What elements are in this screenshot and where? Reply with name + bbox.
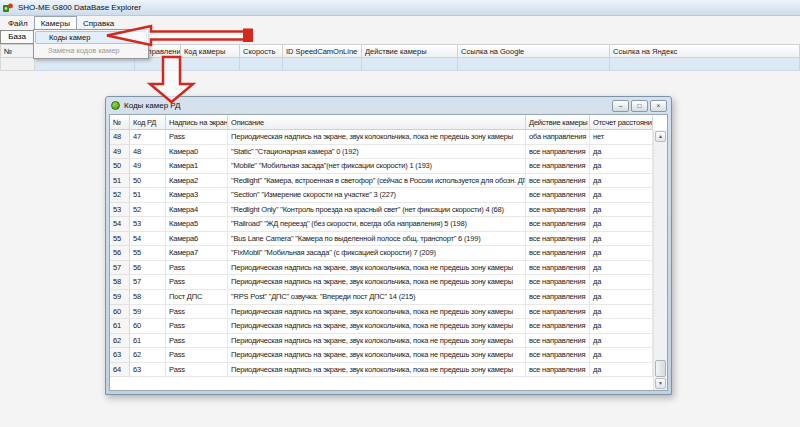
grid-column-header[interactable]: Отсчет расстояния (590, 115, 653, 130)
grid-cell[interactable]: Камера6 (166, 232, 228, 247)
main-column-header[interactable]: № (0, 44, 35, 58)
grid-cell[interactable]: Камера1 (166, 159, 228, 174)
menu-item[interactable]: Камеры (34, 16, 77, 30)
grid-cell[interactable]: Камера5 (166, 217, 228, 232)
grid-cell[interactable]: все направления (526, 363, 590, 378)
grid-cell[interactable]: все направления (526, 334, 590, 349)
grid-cell[interactable]: 60 (110, 305, 130, 320)
grid-cell[interactable]: да (590, 275, 653, 290)
grid-cell[interactable]: все направления (526, 261, 590, 276)
table-row[interactable]: 5756PassПериодическая надпись на экране,… (110, 261, 667, 276)
table-row[interactable]: 5857PassПериодическая надпись на экране,… (110, 275, 667, 290)
grid-cell[interactable]: "Railroad" "ЖД переезд" (без скорости, в… (228, 217, 526, 232)
new-row-cell[interactable] (181, 58, 240, 71)
grid-cell[interactable]: да (590, 203, 653, 218)
main-column-header[interactable]: Действие камеры (362, 44, 458, 58)
grid-cell[interactable]: Периодическая надпись на экране, звук ко… (228, 319, 526, 334)
grid-cell[interactable]: Периодическая надпись на экране, звук ко… (228, 261, 526, 276)
grid-cell[interactable]: Камера7 (166, 246, 228, 261)
table-row[interactable]: 5655Камера7"FixMobil" "Мобильная засада"… (110, 246, 667, 261)
grid-cell[interactable]: все направления (526, 188, 590, 203)
grid-cell[interactable]: да (590, 319, 653, 334)
grid-column-header[interactable]: Код РД (130, 115, 166, 130)
grid-cell[interactable]: 54 (130, 232, 166, 247)
new-row-cell[interactable] (135, 58, 181, 71)
grid-cell[interactable]: 63 (110, 348, 130, 363)
grid-cell[interactable]: Периодическая надпись на экране, звук ко… (228, 305, 526, 320)
vertical-scrollbar[interactable]: ▲ ▼ (653, 130, 667, 390)
grid-column-header[interactable]: Действие камеры (526, 115, 590, 130)
main-grid-new-row[interactable] (0, 58, 800, 71)
grid-cell[interactable]: все направления (526, 203, 590, 218)
grid-cell[interactable]: все направления (526, 348, 590, 363)
grid-cell[interactable]: 54 (110, 217, 130, 232)
grid-cell[interactable]: Pass (166, 348, 228, 363)
grid-cell[interactable]: все направления (526, 319, 590, 334)
grid-cell[interactable]: 51 (110, 174, 130, 189)
grid-cell[interactable]: 56 (130, 261, 166, 276)
grid-cell[interactable]: Камера0 (166, 145, 228, 160)
dropdown-menu-item[interactable]: Коды камер (35, 31, 147, 44)
grid-cell[interactable]: 49 (110, 145, 130, 160)
grid-cell[interactable]: все направления (526, 246, 590, 261)
grid-cell[interactable]: да (590, 159, 653, 174)
grid-cell[interactable]: все направления (526, 217, 590, 232)
grid-cell[interactable]: 51 (130, 188, 166, 203)
grid-cell[interactable]: 50 (130, 174, 166, 189)
grid-cell[interactable]: 59 (130, 305, 166, 320)
grid-cell[interactable]: да (590, 334, 653, 349)
main-column-header[interactable]: Код камеры (181, 44, 240, 58)
grid-cell[interactable]: 61 (130, 334, 166, 349)
grid-cell[interactable]: 50 (110, 159, 130, 174)
grid-cell[interactable]: "Bus Lane Camera" "Камера по выделенной … (228, 232, 526, 247)
grid-cell[interactable]: 57 (130, 275, 166, 290)
table-row[interactable]: 6059PassПериодическая надпись на экране,… (110, 305, 667, 320)
grid-cell[interactable]: 58 (130, 290, 166, 305)
grid-cell[interactable]: Периодическая надпись на экране, звук ко… (228, 130, 526, 145)
grid-cell[interactable]: да (590, 217, 653, 232)
grid-cell[interactable]: Периодическая надпись на экране, звук ко… (228, 275, 526, 290)
grid-column-header[interactable]: Надпись на экране (166, 115, 228, 130)
grid-cell[interactable]: Pass (166, 319, 228, 334)
grid-cell[interactable]: да (590, 246, 653, 261)
grid-cell[interactable]: "Static" "Стационарная камера" 0 (192) (228, 145, 526, 160)
menu-item[interactable]: Справка (77, 16, 120, 30)
table-row[interactable]: 6362PassПериодическая надпись на экране,… (110, 348, 667, 363)
table-row[interactable]: 5453Камера5"Railroad" "ЖД переезд" (без … (110, 217, 667, 232)
grid-cell[interactable]: Pass (166, 363, 228, 378)
grid-cell[interactable]: 57 (110, 261, 130, 276)
grid-cell[interactable]: 58 (110, 275, 130, 290)
grid-cell[interactable]: 61 (110, 319, 130, 334)
table-row[interactable]: 5150Камера2"Redlight" "Камера, встроенна… (110, 174, 667, 189)
main-column-header[interactable]: Скорость (240, 44, 283, 58)
grid-cell[interactable]: 48 (110, 130, 130, 145)
grid-cell[interactable]: Pass (166, 305, 228, 320)
grid-cell[interactable]: все направления (526, 275, 590, 290)
grid-cell[interactable]: 59 (110, 290, 130, 305)
grid-cell[interactable]: все направления (526, 232, 590, 247)
grid-cell[interactable]: все направления (526, 305, 590, 320)
table-row[interactable]: 5251Камера3"Section" "Измерение скорости… (110, 188, 667, 203)
tab-base[interactable]: База (0, 30, 34, 44)
grid-cell[interactable]: все направления (526, 145, 590, 160)
main-column-header[interactable]: Ссылка на Яндекс (610, 44, 800, 58)
table-row[interactable]: 5049Камера1"Mobile" "Мобильная засада"(н… (110, 159, 667, 174)
grid-cell[interactable]: 49 (130, 159, 166, 174)
grid-cell[interactable]: Камера4 (166, 203, 228, 218)
scroll-up-icon[interactable]: ▲ (655, 131, 666, 142)
grid-cell[interactable]: оба направления (526, 130, 590, 145)
grid-cell[interactable]: Камера3 (166, 188, 228, 203)
grid-cell[interactable]: да (590, 348, 653, 363)
new-row-cell[interactable] (458, 58, 610, 71)
grid-cell[interactable]: все направления (526, 174, 590, 189)
new-row-cell[interactable] (283, 58, 362, 71)
grid-cell[interactable]: да (590, 232, 653, 247)
grid-cell[interactable]: "Section" "Измерение скорости на участке… (228, 188, 526, 203)
table-row[interactable]: 5352Камера4"Redlight Only" "Контроль про… (110, 203, 667, 218)
grid-cell[interactable]: 60 (130, 319, 166, 334)
main-column-header[interactable]: ID SpeedCamOnLine (283, 44, 362, 58)
grid-cell[interactable]: 53 (110, 203, 130, 218)
minimize-button[interactable]: – (612, 100, 629, 112)
grid-cell[interactable]: 62 (110, 334, 130, 349)
grid-column-header[interactable]: Описание (228, 115, 526, 130)
